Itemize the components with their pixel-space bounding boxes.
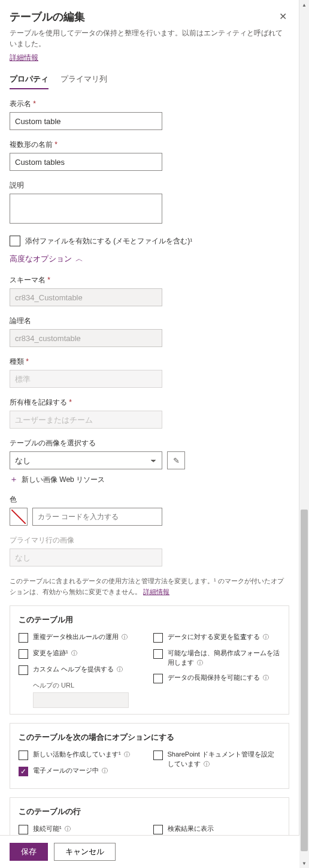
box2-title: このテーブルを次の場合にオプションにする (19, 732, 280, 743)
save-button[interactable]: 保存 (10, 843, 48, 861)
schema-name-input (10, 288, 162, 306)
cancel-button[interactable]: キャンセル (54, 843, 116, 861)
plural-name-input[interactable] (10, 153, 162, 171)
info-icon[interactable]: ⓘ (263, 674, 269, 681)
description-label: 説明 (10, 180, 289, 191)
audit-changes-checkbox[interactable] (153, 633, 163, 643)
help-url-label: ヘルプの URL (33, 681, 146, 690)
scrollbar-down-icon[interactable]: ▼ (299, 858, 309, 868)
attachments-label: 添付ファイルを有効にする (メモとファイルを含む)¹ (25, 236, 192, 246)
info-icon[interactable]: ⓘ (102, 767, 108, 774)
long-term-retention-checkbox[interactable] (153, 674, 163, 683)
primary-image-select: なし (10, 548, 162, 566)
track-changes-checkbox[interactable] (19, 649, 28, 659)
quick-create-checkbox[interactable] (153, 649, 163, 659)
logical-name-input (10, 329, 162, 347)
pencil-icon: ✎ (173, 456, 180, 465)
new-image-resource-button[interactable]: ＋ 新しい画像 Web リソース (10, 474, 289, 485)
info-icon[interactable]: ⓘ (117, 666, 123, 673)
edit-image-button[interactable]: ✎ (167, 451, 185, 469)
learn-more-link[interactable]: 詳細情報 (10, 53, 38, 62)
chevron-up-icon: ︿ (75, 254, 83, 264)
display-name-input[interactable] (10, 112, 162, 130)
description-input[interactable] (10, 194, 162, 224)
panel-description: テーブルを使用してデータの保持と整理を行います。以前はエンティティと呼ばれていま… (10, 28, 289, 49)
plus-icon: ＋ (10, 474, 18, 485)
scrollbar-up-icon[interactable]: ▲ (299, 0, 309, 10)
panel-title: テーブルの編集 (10, 10, 85, 24)
new-activity-checkbox[interactable] (19, 751, 28, 760)
color-label: 色 (10, 495, 289, 505)
ownership-select: ユーザーまたはチーム (10, 411, 162, 429)
mail-merge-checkbox[interactable] (19, 767, 28, 776)
info-icon[interactable]: ⓘ (204, 761, 210, 767)
plural-name-label: 複数形の名前 (10, 140, 289, 150)
options-note: このテーブルに含まれるデータの使用方法と管理方法を変更します。¹ のマークが付い… (10, 576, 289, 597)
type-label: 種類 (10, 357, 289, 367)
tab-properties[interactable]: プロパティ (10, 74, 49, 89)
tab-primary-column[interactable]: プライマリ列 (60, 74, 107, 89)
search-results-checkbox[interactable] (153, 825, 163, 834)
table-image-label: テーブルの画像を選択する (10, 438, 289, 448)
info-icon[interactable]: ⓘ (124, 751, 130, 758)
info-icon[interactable]: ⓘ (65, 825, 71, 832)
box1-title: このテーブル用 (19, 614, 280, 625)
info-icon[interactable]: ⓘ (263, 634, 269, 640)
type-select: 標準 (10, 370, 162, 388)
color-code-input[interactable] (32, 508, 162, 526)
connections-checkbox[interactable] (19, 825, 28, 834)
help-url-input (33, 692, 129, 708)
info-icon[interactable]: ⓘ (71, 650, 77, 656)
options-learn-more-link[interactable]: 詳細情報 (143, 588, 169, 595)
attachments-checkbox[interactable] (10, 236, 20, 246)
scrollbar-thumb[interactable] (301, 510, 308, 851)
primary-image-label: プライマリ行の画像 (10, 535, 289, 545)
info-icon[interactable]: ⓘ (122, 634, 128, 640)
display-name-label: 表示名 (10, 99, 289, 109)
duplicate-detection-checkbox[interactable] (19, 633, 28, 643)
color-swatch[interactable] (10, 508, 28, 526)
advanced-options-toggle[interactable]: 高度なオプション︿ (10, 254, 289, 264)
ownership-label: 所有権を記録する (10, 397, 289, 408)
custom-help-checkbox[interactable] (19, 665, 28, 675)
logical-name-label: 論理名 (10, 316, 289, 326)
scrollbar-track[interactable]: ▲ ▼ (299, 0, 309, 868)
sharepoint-checkbox[interactable] (153, 751, 163, 760)
info-icon[interactable]: ⓘ (197, 659, 203, 666)
schema-name-label: スキーマ名 (10, 275, 289, 285)
table-image-select[interactable]: なし (10, 451, 162, 469)
box3-title: このテーブルの行 (19, 806, 280, 817)
close-icon[interactable]: ✕ (277, 10, 289, 23)
